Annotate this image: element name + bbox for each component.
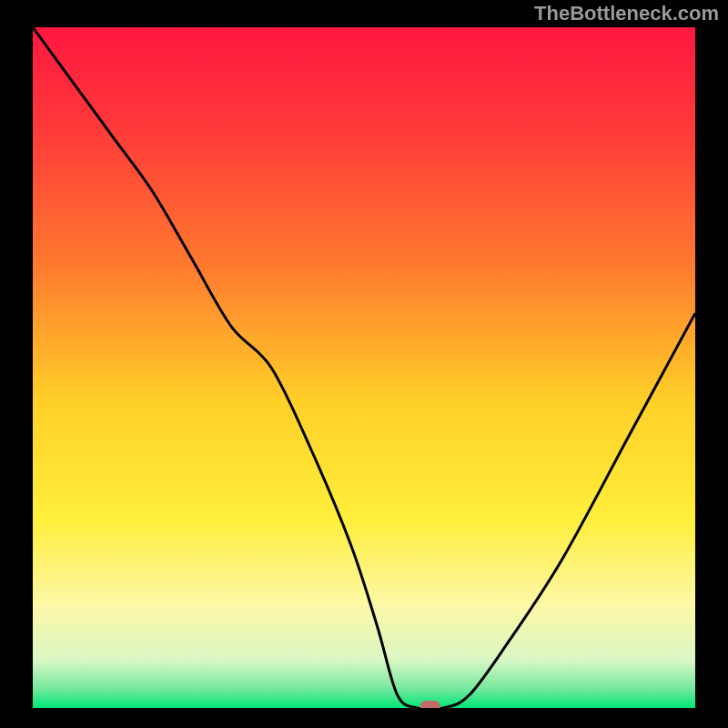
watermark-text: TheBottleneck.com — [534, 2, 719, 25]
chart-frame: TheBottleneck.com — [0, 0, 728, 728]
optimum-marker — [420, 701, 440, 708]
plot-area — [33, 27, 695, 708]
gradient-background — [33, 27, 695, 708]
chart-svg — [33, 27, 695, 708]
